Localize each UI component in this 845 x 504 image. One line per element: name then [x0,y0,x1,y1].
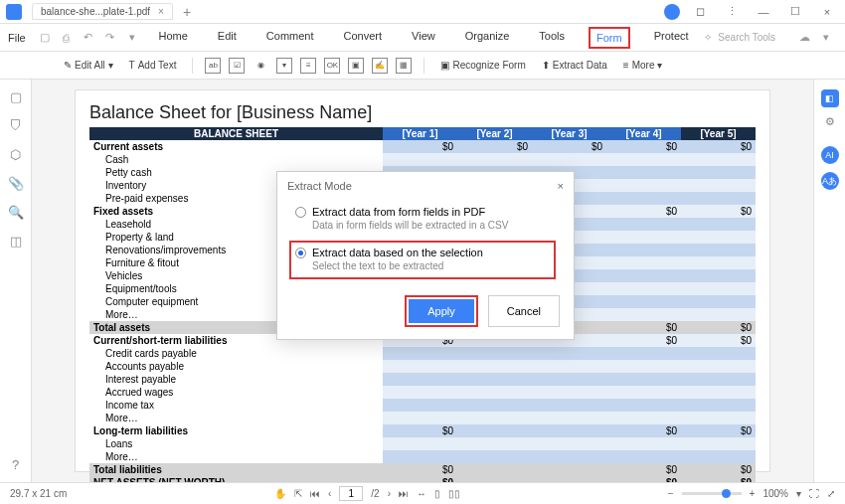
select-tool-icon[interactable]: ⇱ [294,488,302,499]
cell-value [681,450,756,463]
search-tools-input[interactable]: Search Tools [718,32,775,43]
date-field-icon[interactable]: ▦ [396,58,412,74]
table-row: Total liabilities$0$0$0 [89,463,756,476]
dropdown-icon[interactable]: ▾ [123,29,141,47]
apply-button[interactable]: Apply [409,299,474,323]
menu-tools[interactable]: Tools [533,27,571,49]
menu-form[interactable]: Form [589,27,630,49]
cell-value [532,360,606,373]
recognize-form-button[interactable]: ▣ Recognize Form [436,58,529,73]
kebab-icon[interactable]: ⋮ [720,5,744,18]
row-label: Accrued wages [89,386,383,399]
checkbox-field-icon[interactable]: ☑ [229,58,245,74]
listbox-field-icon[interactable]: ≡ [300,58,316,74]
extract-data-button[interactable]: ⬆ Extract Data [538,58,611,73]
radio-field-icon[interactable]: ◉ [253,58,268,74]
single-page-icon[interactable]: ▯ [434,488,440,499]
attachment-icon[interactable]: 📎 [8,176,24,191]
ai-icon[interactable]: AI [821,146,839,164]
hand-tool-icon[interactable]: ✋ [274,488,286,499]
menu-protect[interactable]: Protect [648,27,695,49]
menu-view[interactable]: View [406,27,441,49]
help-icon[interactable]: ? [12,457,19,472]
menu-convert[interactable]: Convert [338,27,389,49]
cell-value [606,282,681,295]
cell-value [383,412,457,424]
signature-field-icon[interactable]: ✍ [372,58,388,74]
last-page-icon[interactable]: ⏭ [399,488,409,499]
table-row: Interest payable [89,373,756,386]
more-button[interactable]: ≡ More ▾ [619,58,667,73]
cancel-button[interactable]: Cancel [488,295,560,327]
cell-value [532,399,606,412]
page-number-input[interactable] [339,486,363,501]
settings-icon[interactable]: ⚙ [825,115,835,128]
print-icon[interactable]: ⎙ [58,29,76,47]
option-label: Extract data from form fields in PDF [312,206,485,218]
cell-value: $0 [606,424,681,437]
new-tab-button[interactable]: + [183,4,191,20]
thumbnail-icon[interactable]: ▢ [10,89,22,104]
save-icon[interactable]: ▢ [36,29,54,47]
fullscreen-icon[interactable]: ⤢ [827,488,835,499]
close-tab-icon[interactable]: × [158,6,164,17]
table-row: More… [89,412,756,424]
cell-value [383,153,457,166]
option-selection[interactable]: Extract data based on the selection [295,247,550,258]
text-field-icon[interactable]: ab [205,58,221,74]
redo-icon[interactable]: ↷ [101,29,119,47]
dialog-close-icon[interactable]: × [558,180,564,192]
prev-page-icon[interactable]: ‹ [328,488,331,499]
cloud-icon[interactable]: ☁ [795,29,813,47]
cell-value [532,412,606,424]
option-form-fields[interactable]: Extract data from form fields in PDF [295,206,556,218]
image-field-icon[interactable]: ▣ [348,58,364,74]
zoom-out-icon[interactable]: − [668,488,674,499]
properties-icon[interactable]: ◧ [821,89,839,107]
menu-comment[interactable]: Comment [260,27,320,49]
add-text-button[interactable]: T Add Text [125,58,181,73]
cell-value [681,256,756,269]
button-field-icon[interactable]: OK [324,58,340,74]
search-icon[interactable]: 🔍 [8,205,24,220]
cell-value: $0 [606,205,681,218]
table-header: [Year 2] [457,127,532,140]
close-window-icon[interactable]: × [815,6,839,18]
first-page-icon[interactable]: ⏮ [310,488,320,499]
fit-page-icon[interactable]: ⛶ [809,488,819,499]
edit-all-button[interactable]: ✎ Edit All ▾ [60,58,117,73]
maximize-icon[interactable]: ☐ [783,5,807,18]
user-avatar-icon[interactable] [664,4,680,20]
document-tab[interactable]: balance-she...plate-1.pdf × [32,3,173,20]
wand-icon[interactable]: ✧ [704,32,712,43]
translate-icon[interactable]: Aあ [821,172,839,190]
extract-mode-dialog: Extract Mode × Extract data from form fi… [276,171,575,340]
zoom-dropdown-icon[interactable]: ▾ [796,488,801,499]
bookmark-icon[interactable]: ⛉ [9,118,22,133]
shield-icon[interactable]: ⬡ [10,147,21,162]
row-label: More… [89,450,383,463]
collapse-icon[interactable]: ▾ [817,29,835,47]
menu-home[interactable]: Home [153,27,194,49]
window-box-icon[interactable]: ◻ [688,5,712,18]
cell-value [457,373,532,386]
next-page-icon[interactable]: › [388,488,391,499]
menu-edit[interactable]: Edit [212,27,243,49]
minimize-icon[interactable]: — [752,6,775,18]
cell-value [457,399,532,412]
fit-width-icon[interactable]: ↔ [417,488,426,499]
menu-organize[interactable]: Organize [459,27,516,49]
row-label: Interest payable [89,373,383,386]
cell-value: $0 [681,205,756,218]
zoom-slider[interactable] [682,492,742,495]
table-row: Long-term liabilities$0$0$0 [89,424,756,437]
undo-icon[interactable]: ↶ [80,29,97,47]
file-menu[interactable]: File [8,32,26,44]
two-page-icon[interactable]: ▯▯ [448,488,460,499]
row-label: Accounts payable [89,360,383,373]
dropdown-field-icon[interactable]: ▾ [276,58,292,74]
layers-icon[interactable]: ◫ [10,234,22,249]
cell-value [383,386,457,399]
cell-value [681,231,756,244]
zoom-in-icon[interactable]: + [750,488,756,499]
